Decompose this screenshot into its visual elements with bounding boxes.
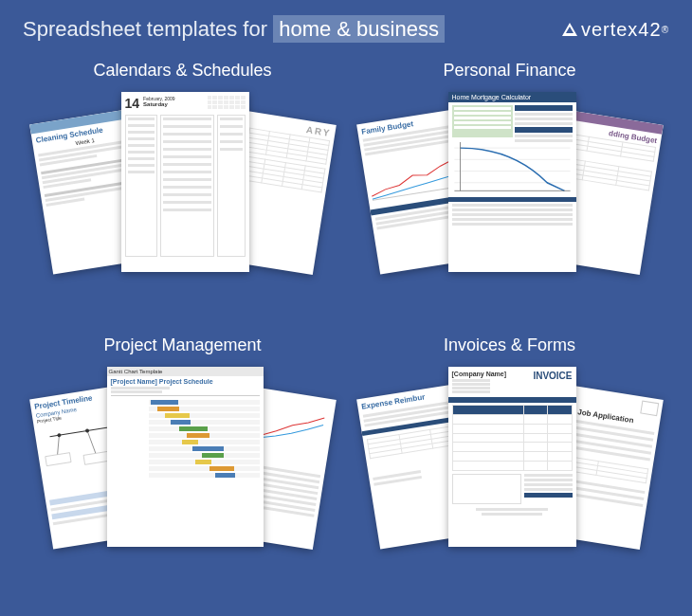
sheet-invoice: [Company Name] INVOICE bbox=[448, 367, 576, 547]
category-title: Project Management bbox=[103, 335, 261, 355]
svg-rect-13 bbox=[45, 453, 70, 466]
category-title: Invoices & Forms bbox=[444, 335, 575, 355]
sheet-title: Home Mortgage Calculator bbox=[448, 92, 576, 102]
category-grid: Calendars & Schedules Cleaning Schedule … bbox=[0, 51, 692, 601]
brand-text: vertex42 bbox=[581, 19, 662, 41]
thumbnail-fan: Family Budget dding Budget Home Mortgage… bbox=[368, 92, 652, 291]
thumbnail-fan: Cleaning Schedule Week 1 ARY bbox=[41, 92, 325, 291]
brand-logo: vertex42® bbox=[562, 19, 669, 41]
category-invoices: Invoices & Forms Expense Reimbur Job App… bbox=[346, 326, 673, 601]
invoice-company: [Company Name] bbox=[452, 371, 507, 377]
planner-dow: Saturday bbox=[143, 101, 203, 107]
headline-prefix: Spreadsheet templates for bbox=[23, 17, 273, 41]
planner-day: 14 bbox=[125, 96, 140, 111]
headline: Spreadsheet templates for home & busines… bbox=[23, 17, 445, 42]
category-finance: Personal Finance Family Budget dding Bud… bbox=[346, 51, 673, 326]
headline-highlight: home & business bbox=[273, 15, 445, 43]
sheet-caption: Gantt Chart Template bbox=[107, 367, 264, 376]
category-title: Personal Finance bbox=[443, 61, 575, 81]
thumbnail-fan: Expense Reimbur Job Application bbox=[368, 367, 652, 566]
svg-rect-14 bbox=[83, 451, 109, 464]
category-title: Calendars & Schedules bbox=[93, 61, 271, 81]
brand-registered: ® bbox=[662, 25, 669, 35]
mini-calendar bbox=[208, 96, 246, 109]
mortgage-chart bbox=[452, 142, 573, 194]
sheet-daily-planner: 14 February, 2009 Saturday bbox=[121, 92, 249, 272]
sheet-mortgage-calculator: Home Mortgage Calculator bbox=[448, 92, 576, 272]
header: Spreadsheet templates for home & busines… bbox=[0, 0, 692, 51]
category-calendars: Calendars & Schedules Cleaning Schedule … bbox=[19, 51, 346, 326]
thumbnail-fan: Project Timeline Company Name Project Ti… bbox=[41, 367, 325, 566]
category-project: Project Management Project Timeline Comp… bbox=[19, 326, 346, 601]
svg-line-11 bbox=[54, 435, 62, 455]
sheet-title: INVOICE bbox=[533, 371, 572, 393]
brand-triangle-icon bbox=[562, 23, 577, 36]
gantt-rows bbox=[111, 395, 260, 478]
sheet-gantt-chart: Gantt Chart Template [Project Name] Proj… bbox=[107, 367, 264, 547]
svg-line-12 bbox=[87, 430, 96, 454]
sheet-title: [Project Name] Project Schedule bbox=[111, 378, 260, 385]
